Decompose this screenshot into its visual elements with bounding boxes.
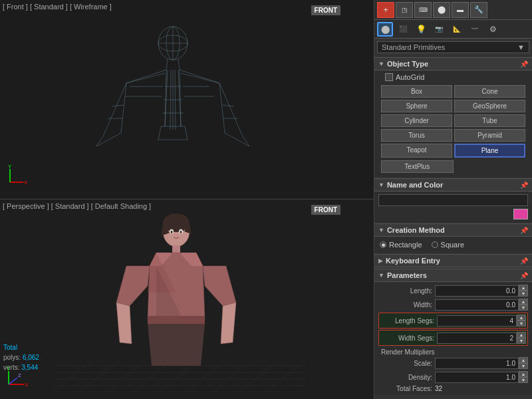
scale-row: Scale: ▲ ▼	[378, 357, 528, 369]
svg-line-8	[180, 70, 219, 83]
svg-text:Z: Z	[18, 372, 21, 378]
svg-line-6	[178, 59, 180, 70]
width-segs-up[interactable]: ▲	[517, 332, 526, 338]
keyboard-entry-title: Keyboard Entry	[386, 257, 440, 265]
shape-button[interactable]: ⬛	[395, 22, 411, 37]
width-segs-spinner: ▲ ▼	[517, 332, 526, 344]
geosphere-button[interactable]: GeoSphere	[454, 100, 525, 112]
length-up[interactable]: ▲	[519, 285, 528, 291]
display-button[interactable]: ▬	[452, 2, 469, 18]
autogrid-row: AutoGrid	[378, 73, 528, 81]
width-segs-down[interactable]: ▼	[517, 338, 526, 344]
torus-button[interactable]: Torus	[381, 129, 452, 142]
svg-line-58	[266, 359, 306, 392]
scale-input[interactable]	[435, 358, 519, 369]
width-row: Width: ▲ ▼	[378, 299, 528, 311]
width-segs-input[interactable]	[437, 332, 517, 344]
camera-button[interactable]: 📷	[431, 22, 447, 37]
cylinder-button[interactable]: Cylinder	[381, 114, 452, 127]
length-input[interactable]	[435, 285, 519, 297]
parameters-title: Parameters	[387, 271, 427, 279]
svg-line-22	[243, 136, 249, 146]
utilities-button[interactable]: 🔧	[470, 2, 487, 18]
density-up[interactable]: ▲	[519, 371, 528, 377]
name-input[interactable]	[378, 194, 528, 206]
svg-line-57	[239, 359, 279, 392]
density-down[interactable]: ▼	[519, 377, 528, 383]
spacewarp-button[interactable]: 〰	[467, 22, 483, 37]
scroll-panel[interactable]: ▼ Object Type 📌 AutoGrid Box Cone Sphere…	[374, 56, 532, 399]
width-up[interactable]: ▲	[519, 299, 528, 305]
object-type-grid: Box Cone Sphere GeoSphere Cylinder Tube …	[378, 84, 528, 159]
viewport-top[interactable]: [ Front ] [ Standard ] [ Wireframe ] FRO…	[0, 0, 374, 200]
svg-line-17	[121, 83, 126, 133]
keyboard-entry-header[interactable]: ▶ Keyboard Entry 📌	[374, 254, 532, 267]
tube-button[interactable]: Tube	[454, 114, 525, 127]
length-segs-spinner: ▲ ▼	[517, 315, 526, 327]
teapot-button[interactable]: Teapot	[381, 144, 452, 158]
front-badge-top: FRONT	[311, 5, 340, 15]
svg-line-24	[112, 105, 124, 106]
hierarchy-icon: ⌨	[419, 7, 428, 13]
cone-button[interactable]: Cone	[454, 85, 525, 98]
width-input[interactable]	[435, 299, 519, 311]
object-type-section: AutoGrid Box Cone Sphere GeoSphere Cylin…	[374, 70, 532, 177]
rectangle-radio[interactable]: Rectangle	[380, 241, 422, 249]
square-label: Square	[441, 241, 464, 249]
autogrid-checkbox[interactable]	[385, 73, 393, 81]
viewport-bottom[interactable]: [ Perspective ] [ Standard ] [ Default S…	[0, 200, 374, 399]
system-button[interactable]: ⚙	[485, 22, 501, 37]
axis-indicator-bottom: X Y Z	[5, 366, 29, 389]
width-down[interactable]: ▼	[519, 305, 528, 311]
axis-indicator-top: X Y	[7, 162, 30, 186]
svg-line-9	[165, 70, 166, 126]
density-input[interactable]	[435, 372, 519, 383]
pin-icon-3: 📌	[520, 227, 528, 234]
name-color-title: Name and Color	[387, 181, 443, 189]
sphere-button[interactable]: Sphere	[381, 100, 452, 112]
svg-line-26	[222, 105, 234, 106]
modify-icon: ◳	[402, 7, 408, 13]
svg-line-7	[126, 70, 166, 83]
svg-text:X: X	[25, 382, 29, 388]
geometry-button[interactable]: ⬤	[377, 22, 393, 37]
pyramid-button[interactable]: Pyramid	[454, 129, 525, 142]
modify-button[interactable]: ◳	[396, 2, 413, 18]
length-segs-down[interactable]: ▼	[517, 321, 526, 327]
width-segs-label: Width Segs:	[380, 334, 437, 342]
svg-line-32	[181, 73, 219, 83]
wireframe-figure	[66, 20, 279, 186]
textplus-button[interactable]: TextPlus	[381, 160, 454, 173]
helper-button[interactable]: 📐	[449, 22, 465, 37]
length-down[interactable]: ▼	[519, 291, 528, 297]
right-panel: + ◳ ⌨ ⬤ ▬ 🔧 ⬤ ⬛ 💡 📷 📐	[374, 0, 532, 399]
length-segs-up[interactable]: ▲	[517, 315, 526, 321]
motion-button[interactable]: ⬤	[433, 2, 450, 18]
wrench-icon: 🔧	[474, 5, 483, 14]
rectangle-label: Rectangle	[389, 241, 422, 249]
parameters-header[interactable]: ▼ Parameters 📌	[374, 269, 532, 282]
hierarchy-button[interactable]: ⌨	[414, 2, 432, 18]
length-segs-input[interactable]	[437, 315, 517, 327]
object-type-title: Object Type	[387, 60, 428, 68]
svg-line-56	[213, 359, 253, 392]
color-swatch[interactable]	[513, 209, 528, 219]
plane-button[interactable]: Plane	[454, 144, 525, 158]
primitives-dropdown[interactable]: Standard Primitives ▼	[377, 41, 529, 53]
name-color-header[interactable]: ▼ Name and Color 📌	[374, 178, 532, 192]
svg-line-50	[53, 359, 93, 392]
creation-method-header[interactable]: ▼ Creation Method 📌	[374, 223, 532, 237]
svg-line-19	[96, 133, 121, 146]
square-radio[interactable]: Square	[432, 241, 464, 249]
object-type-header[interactable]: ▼ Object Type 📌	[374, 57, 532, 70]
scale-down[interactable]: ▼	[519, 363, 528, 369]
create-button[interactable]: +	[377, 2, 394, 18]
light-button[interactable]: 💡	[413, 22, 429, 37]
box-button[interactable]: Box	[381, 85, 452, 98]
svg-line-21	[219, 83, 225, 133]
square-radio-circle	[432, 241, 438, 248]
scale-up[interactable]: ▲	[519, 357, 528, 363]
figure-3d	[53, 213, 306, 392]
section-arrow-object-type: ▼	[378, 61, 384, 67]
creation-method-title: Creation Method	[387, 226, 445, 234]
